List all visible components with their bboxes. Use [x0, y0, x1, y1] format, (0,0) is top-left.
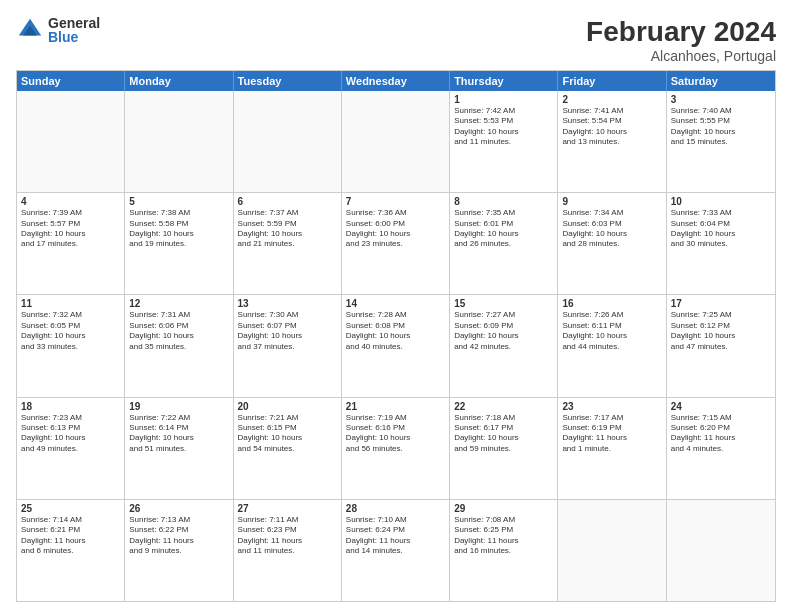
cell-text: and 13 minutes. — [562, 137, 661, 147]
calendar-cell: 9Sunrise: 7:34 AMSunset: 6:03 PMDaylight… — [558, 193, 666, 294]
header: General Blue February 2024 Alcanhoes, Po… — [16, 16, 776, 64]
cell-text: Sunset: 5:59 PM — [238, 219, 337, 229]
cell-text: Sunrise: 7:41 AM — [562, 106, 661, 116]
calendar-cell: 29Sunrise: 7:08 AMSunset: 6:25 PMDayligh… — [450, 500, 558, 601]
calendar-cell: 16Sunrise: 7:26 AMSunset: 6:11 PMDayligh… — [558, 295, 666, 396]
day-number: 28 — [346, 503, 445, 514]
cell-text: and 42 minutes. — [454, 342, 553, 352]
calendar-row: 18Sunrise: 7:23 AMSunset: 6:13 PMDayligh… — [17, 397, 775, 499]
calendar-day-header: Thursday — [450, 71, 558, 91]
title-block: February 2024 Alcanhoes, Portugal — [586, 16, 776, 64]
cell-text: Daylight: 10 hours — [562, 331, 661, 341]
calendar-cell: 24Sunrise: 7:15 AMSunset: 6:20 PMDayligh… — [667, 398, 775, 499]
cell-text: Sunrise: 7:14 AM — [21, 515, 120, 525]
day-number: 4 — [21, 196, 120, 207]
cell-text: Sunset: 6:19 PM — [562, 423, 661, 433]
calendar-cell: 5Sunrise: 7:38 AMSunset: 5:58 PMDaylight… — [125, 193, 233, 294]
cell-text: Daylight: 11 hours — [346, 536, 445, 546]
day-number: 22 — [454, 401, 553, 412]
day-number: 1 — [454, 94, 553, 105]
cell-text: Sunset: 6:04 PM — [671, 219, 771, 229]
logo-text: General Blue — [48, 16, 100, 44]
cell-text: and 19 minutes. — [129, 239, 228, 249]
cell-text: Sunrise: 7:39 AM — [21, 208, 120, 218]
calendar-day-header: Friday — [558, 71, 666, 91]
cell-text: Daylight: 10 hours — [454, 331, 553, 341]
cell-text: Sunset: 6:06 PM — [129, 321, 228, 331]
calendar-day-header: Sunday — [17, 71, 125, 91]
calendar-cell: 11Sunrise: 7:32 AMSunset: 6:05 PMDayligh… — [17, 295, 125, 396]
calendar-row: 1Sunrise: 7:42 AMSunset: 5:53 PMDaylight… — [17, 91, 775, 192]
cell-text: Daylight: 10 hours — [129, 433, 228, 443]
cell-text: Sunrise: 7:42 AM — [454, 106, 553, 116]
cell-text: Sunset: 6:13 PM — [21, 423, 120, 433]
calendar-cell: 2Sunrise: 7:41 AMSunset: 5:54 PMDaylight… — [558, 91, 666, 192]
cell-text: Daylight: 11 hours — [454, 536, 553, 546]
calendar-row: 11Sunrise: 7:32 AMSunset: 6:05 PMDayligh… — [17, 294, 775, 396]
cell-text: Daylight: 11 hours — [21, 536, 120, 546]
calendar-header: SundayMondayTuesdayWednesdayThursdayFrid… — [17, 71, 775, 91]
logo-general: General — [48, 16, 100, 30]
cell-text: Sunrise: 7:11 AM — [238, 515, 337, 525]
cell-text: Daylight: 10 hours — [671, 127, 771, 137]
cell-text: Sunrise: 7:28 AM — [346, 310, 445, 320]
cell-text: Daylight: 10 hours — [562, 229, 661, 239]
calendar-cell: 3Sunrise: 7:40 AMSunset: 5:55 PMDaylight… — [667, 91, 775, 192]
calendar-cell: 4Sunrise: 7:39 AMSunset: 5:57 PMDaylight… — [17, 193, 125, 294]
cell-text: Daylight: 10 hours — [346, 433, 445, 443]
cell-text: Sunrise: 7:18 AM — [454, 413, 553, 423]
calendar-cell: 13Sunrise: 7:30 AMSunset: 6:07 PMDayligh… — [234, 295, 342, 396]
day-number: 16 — [562, 298, 661, 309]
cell-text: and 15 minutes. — [671, 137, 771, 147]
day-number: 29 — [454, 503, 553, 514]
cell-text: Sunrise: 7:31 AM — [129, 310, 228, 320]
calendar-cell: 25Sunrise: 7:14 AMSunset: 6:21 PMDayligh… — [17, 500, 125, 601]
cell-text: and 28 minutes. — [562, 239, 661, 249]
main-title: February 2024 — [586, 16, 776, 48]
cell-text: and 14 minutes. — [346, 546, 445, 556]
calendar-body: 1Sunrise: 7:42 AMSunset: 5:53 PMDaylight… — [17, 91, 775, 601]
cell-text: Sunset: 5:55 PM — [671, 116, 771, 126]
cell-text: Sunrise: 7:27 AM — [454, 310, 553, 320]
cell-text: Sunrise: 7:34 AM — [562, 208, 661, 218]
cell-text: Sunrise: 7:19 AM — [346, 413, 445, 423]
cell-text: Sunrise: 7:23 AM — [21, 413, 120, 423]
cell-text: Sunset: 6:09 PM — [454, 321, 553, 331]
cell-text: Sunset: 6:14 PM — [129, 423, 228, 433]
cell-text: Daylight: 10 hours — [346, 229, 445, 239]
cell-text: Sunrise: 7:36 AM — [346, 208, 445, 218]
cell-text: Sunrise: 7:13 AM — [129, 515, 228, 525]
cell-text: Sunrise: 7:32 AM — [21, 310, 120, 320]
cell-text: Daylight: 10 hours — [346, 331, 445, 341]
cell-text: and 47 minutes. — [671, 342, 771, 352]
cell-text: Sunset: 6:24 PM — [346, 525, 445, 535]
calendar-cell — [667, 500, 775, 601]
day-number: 10 — [671, 196, 771, 207]
logo-blue: Blue — [48, 30, 100, 44]
calendar-cell — [17, 91, 125, 192]
cell-text: Daylight: 10 hours — [238, 433, 337, 443]
cell-text: Sunset: 6:03 PM — [562, 219, 661, 229]
cell-text: Sunset: 6:08 PM — [346, 321, 445, 331]
cell-text: and 1 minute. — [562, 444, 661, 454]
cell-text: and 11 minutes. — [238, 546, 337, 556]
cell-text: Sunrise: 7:21 AM — [238, 413, 337, 423]
cell-text: Sunrise: 7:10 AM — [346, 515, 445, 525]
day-number: 17 — [671, 298, 771, 309]
cell-text: and 4 minutes. — [671, 444, 771, 454]
day-number: 23 — [562, 401, 661, 412]
cell-text: and 56 minutes. — [346, 444, 445, 454]
cell-text: Sunset: 6:17 PM — [454, 423, 553, 433]
page: General Blue February 2024 Alcanhoes, Po… — [0, 0, 792, 612]
calendar-cell: 21Sunrise: 7:19 AMSunset: 6:16 PMDayligh… — [342, 398, 450, 499]
cell-text: Sunrise: 7:17 AM — [562, 413, 661, 423]
cell-text: Sunset: 6:22 PM — [129, 525, 228, 535]
day-number: 9 — [562, 196, 661, 207]
cell-text: Sunset: 5:53 PM — [454, 116, 553, 126]
cell-text: Daylight: 10 hours — [129, 331, 228, 341]
cell-text: Sunset: 6:00 PM — [346, 219, 445, 229]
cell-text: Daylight: 10 hours — [21, 331, 120, 341]
calendar-cell: 20Sunrise: 7:21 AMSunset: 6:15 PMDayligh… — [234, 398, 342, 499]
cell-text: Sunrise: 7:40 AM — [671, 106, 771, 116]
logo-icon — [16, 16, 44, 44]
